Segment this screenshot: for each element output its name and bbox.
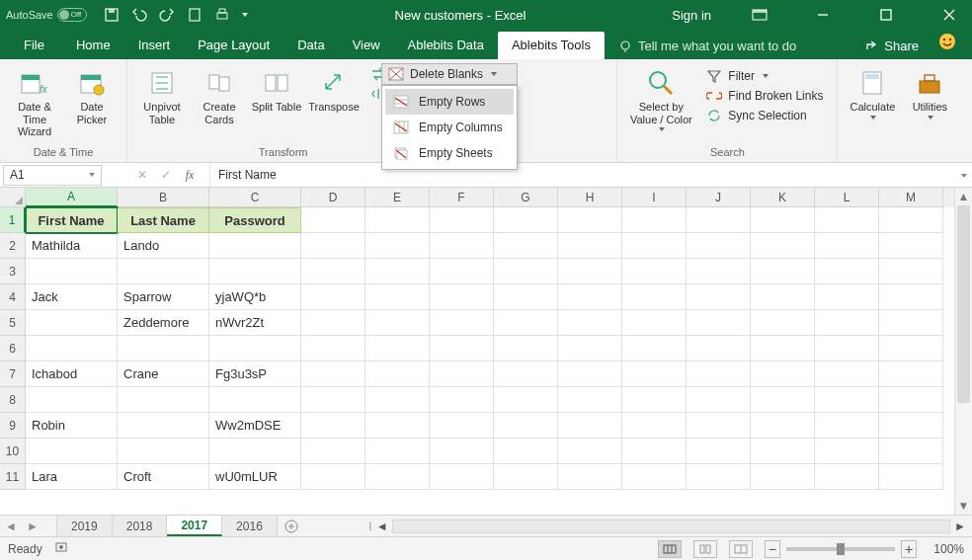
- column-header-J[interactable]: J: [687, 188, 751, 207]
- cell[interactable]: [430, 387, 494, 413]
- cell[interactable]: [751, 259, 815, 284]
- new-sheet-button[interactable]: [278, 516, 305, 536]
- vertical-scrollbar[interactable]: ▲ ▼: [954, 188, 972, 515]
- hscroll-right-icon[interactable]: ►: [952, 519, 968, 534]
- tab-home[interactable]: Home: [62, 32, 124, 59]
- cell[interactable]: [751, 361, 815, 387]
- cell[interactable]: [558, 387, 622, 413]
- cell[interactable]: [558, 413, 622, 439]
- cell[interactable]: [687, 439, 751, 464]
- cell[interactable]: [118, 336, 209, 361]
- cell[interactable]: [879, 233, 943, 259]
- menu-empty-columns[interactable]: Empty Columns: [385, 115, 514, 140]
- cell[interactable]: [815, 387, 879, 413]
- cell[interactable]: [494, 233, 558, 259]
- hscroll-track[interactable]: [392, 520, 950, 533]
- row-header[interactable]: 3: [0, 259, 26, 284]
- cell[interactable]: [494, 310, 558, 336]
- autosave-switch-icon[interactable]: [57, 8, 87, 22]
- menu-empty-sheets[interactable]: Empty Sheets: [385, 140, 514, 166]
- cell[interactable]: [430, 233, 494, 259]
- tab-page-layout[interactable]: Page Layout: [184, 32, 284, 59]
- cell[interactable]: [558, 207, 622, 233]
- cell[interactable]: [26, 336, 118, 361]
- cell[interactable]: [622, 413, 687, 439]
- cell[interactable]: [879, 439, 943, 464]
- column-header-K[interactable]: K: [751, 188, 815, 207]
- cell[interactable]: [26, 439, 118, 464]
- column-header-C[interactable]: C: [209, 188, 301, 207]
- macro-record-icon[interactable]: [54, 540, 68, 557]
- cell[interactable]: [365, 233, 430, 259]
- cell[interactable]: [430, 310, 494, 336]
- cell[interactable]: [494, 413, 558, 439]
- cell[interactable]: [815, 361, 879, 387]
- row-header[interactable]: 4: [0, 284, 26, 310]
- date-time-wizard-button[interactable]: fx Date & Time Wizard: [8, 63, 61, 138]
- unpivot-button[interactable]: Unpivot Table: [135, 63, 189, 125]
- cell[interactable]: [879, 207, 943, 233]
- utilities-button[interactable]: Utilities: [903, 63, 956, 120]
- scroll-down-icon[interactable]: ▼: [955, 497, 972, 515]
- delete-blanks-button[interactable]: Delete Blanks: [381, 63, 518, 85]
- zoom-slider[interactable]: [786, 547, 895, 551]
- cell[interactable]: [494, 207, 558, 233]
- scroll-thumb[interactable]: [957, 205, 970, 403]
- cell[interactable]: [365, 387, 430, 413]
- cell[interactable]: [430, 439, 494, 464]
- cell[interactable]: [622, 207, 687, 233]
- autosave-toggle[interactable]: AutoSave: [6, 8, 87, 22]
- cell[interactable]: [430, 464, 494, 490]
- cell[interactable]: [815, 284, 879, 310]
- redo-icon[interactable]: [154, 2, 180, 28]
- column-header-B[interactable]: B: [118, 188, 209, 207]
- calculate-button[interactable]: Calculate: [846, 63, 899, 120]
- horizontal-scrollbar[interactable]: ⁞ ◄ ►: [364, 516, 972, 536]
- cell[interactable]: [815, 464, 879, 490]
- cell[interactable]: [430, 284, 494, 310]
- cell[interactable]: [494, 464, 558, 490]
- cell[interactable]: Last Name: [118, 207, 209, 233]
- cell[interactable]: [365, 310, 430, 336]
- cell[interactable]: [301, 439, 365, 464]
- cell[interactable]: Fg3u3sP: [209, 361, 301, 387]
- ribbon-options-icon[interactable]: [737, 0, 782, 30]
- cell[interactable]: [879, 284, 943, 310]
- tell-me-search[interactable]: Tell me what you want to do: [605, 33, 810, 59]
- cell[interactable]: [558, 284, 622, 310]
- cell[interactable]: [687, 464, 751, 490]
- cell[interactable]: [558, 439, 622, 464]
- feedback-smile-icon[interactable]: [929, 27, 966, 59]
- cell[interactable]: Jack: [26, 284, 118, 310]
- tab-ablebits-data[interactable]: Ablebits Data: [394, 32, 498, 59]
- transpose-button[interactable]: Transpose: [307, 63, 361, 114]
- column-header-L[interactable]: L: [815, 188, 879, 207]
- select-by-value-button[interactable]: Select by Value / Color: [625, 63, 696, 131]
- tab-ablebits-tools[interactable]: Ablebits Tools: [498, 32, 605, 59]
- sheet-tab-2019[interactable]: 2019: [57, 516, 113, 536]
- cell[interactable]: nWvr2Zt: [209, 310, 301, 336]
- cell[interactable]: [301, 284, 365, 310]
- cell[interactable]: [879, 413, 943, 439]
- row-header[interactable]: 9: [0, 413, 26, 439]
- date-picker-button[interactable]: Date Picker: [65, 63, 119, 125]
- view-page-break-icon[interactable]: [729, 540, 753, 558]
- cell[interactable]: [751, 207, 815, 233]
- cell[interactable]: [494, 387, 558, 413]
- cell[interactable]: [365, 413, 430, 439]
- cell[interactable]: [751, 413, 815, 439]
- cell[interactable]: [430, 259, 494, 284]
- cell[interactable]: [209, 336, 301, 361]
- cell[interactable]: [622, 361, 687, 387]
- select-all-corner[interactable]: [0, 188, 26, 207]
- cell[interactable]: [622, 233, 687, 259]
- cell[interactable]: [751, 284, 815, 310]
- row-header[interactable]: 7: [0, 361, 26, 387]
- menu-empty-rows[interactable]: Empty Rows: [385, 89, 514, 115]
- cell[interactable]: [558, 336, 622, 361]
- cell[interactable]: [815, 413, 879, 439]
- cell[interactable]: Lando: [118, 233, 209, 259]
- worksheet-grid[interactable]: ABCDEFGHIJKLM 1First NameLast NamePasswo…: [0, 188, 972, 515]
- row-header[interactable]: 11: [0, 464, 26, 490]
- save-icon[interactable]: [99, 2, 124, 28]
